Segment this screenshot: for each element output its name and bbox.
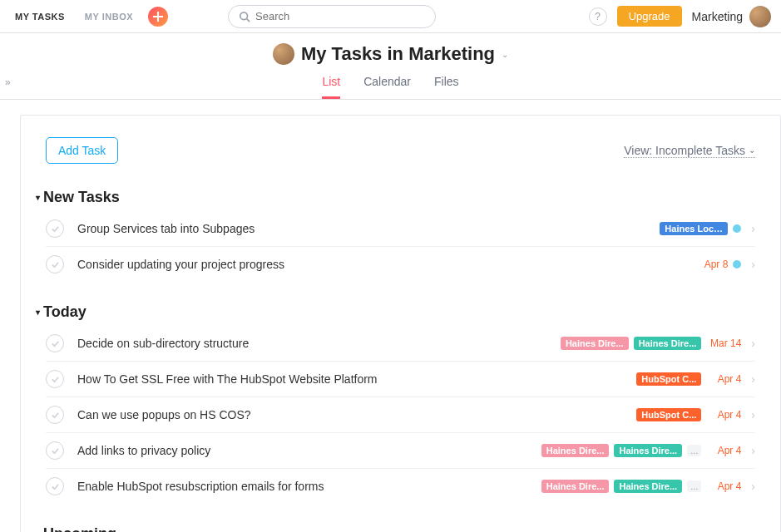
section-title: Today [43, 303, 87, 321]
section-new-tasks: ▾ New Tasks Group Services tab into Subp… [46, 189, 755, 282]
add-task-button[interactable]: Add Task [46, 137, 118, 164]
task-row[interactable]: Can we use popups on HS COS?HubSpot C...… [46, 397, 755, 433]
complete-checkbox[interactable] [46, 406, 64, 424]
check-icon [51, 224, 60, 234]
chevron-down-icon: ⌄ [749, 145, 755, 155]
check-icon [51, 260, 60, 269]
due-date: Apr 4 [706, 445, 741, 456]
task-row[interactable]: Consider updating your project progressA… [46, 247, 755, 282]
task-row[interactable]: Enable HubSpot resubscription emails for… [46, 469, 755, 504]
page-header: My Tasks in Marketing ⌄ List Calendar Fi… [0, 33, 781, 100]
project-tag[interactable]: Haines Dire... [541, 444, 610, 457]
due-date: Apr 4 [706, 480, 741, 492]
task-meta: HubSpot C...Apr 4› [636, 408, 755, 421]
task-panel: Add Task View: Incomplete Tasks ⌄ ▾ New … [20, 115, 781, 532]
task-row[interactable]: How To Get SSL Free with The HubSpot Web… [46, 362, 755, 397]
complete-checkbox[interactable] [46, 334, 64, 352]
check-icon [51, 482, 60, 491]
project-tag[interactable]: HubSpot C... [636, 408, 701, 421]
more-tags-indicator[interactable]: ... [687, 445, 701, 456]
section-today: ▾ Today Decide on sub-directory structur… [46, 303, 755, 504]
section-title: Upcoming [43, 525, 116, 532]
view-selector[interactable]: View: Incomplete Tasks ⌄ [624, 144, 755, 158]
chevron-right-icon[interactable]: › [751, 258, 755, 271]
caret-down-icon: ▾ [36, 308, 40, 317]
global-add-button[interactable] [148, 7, 168, 27]
task-meta: Haines Dire...Haines Dire......Apr 4› [541, 444, 755, 457]
assignee-dot[interactable] [733, 224, 741, 233]
plus-icon [153, 12, 163, 22]
project-tag[interactable]: Haines Loca... [660, 222, 728, 235]
chevron-right-icon[interactable]: › [751, 480, 755, 493]
chevron-right-icon[interactable]: › [751, 444, 755, 457]
section-header[interactable]: ▾ Upcoming [36, 525, 755, 532]
view-tabs: List Calendar Files [0, 75, 781, 99]
complete-checkbox[interactable] [46, 370, 64, 388]
due-date: Apr 8 [693, 259, 728, 270]
chevron-right-icon[interactable]: › [751, 372, 755, 386]
tab-files[interactable]: Files [434, 75, 459, 99]
complete-checkbox[interactable] [46, 255, 64, 273]
task-meta: Haines Dire...Haines Dire......Apr 4› [541, 480, 755, 493]
chevron-right-icon[interactable]: › [751, 222, 755, 235]
chevron-right-icon[interactable]: › [751, 337, 755, 350]
svg-point-0 [240, 12, 248, 19]
caret-down-icon: ▾ [36, 193, 40, 202]
chevron-right-icon[interactable]: › [751, 408, 755, 421]
due-date: Apr 4 [706, 409, 741, 421]
avatar [749, 6, 771, 27]
avatar [273, 43, 294, 65]
svg-line-1 [247, 18, 250, 22]
section-upcoming: ▾ Upcoming [46, 525, 755, 532]
task-title: Add links to privacy policy [77, 444, 541, 457]
chevron-down-icon[interactable]: ⌄ [502, 50, 508, 59]
help-button[interactable]: ? [589, 7, 607, 26]
nav-my-tasks[interactable]: MY TASKS [10, 12, 70, 22]
assignee-dot[interactable] [733, 260, 741, 268]
task-title: Decide on sub-directory structure [77, 337, 561, 350]
task-row[interactable]: Group Services tab into SubpagesHaines L… [46, 211, 755, 247]
project-tag[interactable]: Haines Dire... [541, 480, 610, 493]
workspace-name: Marketing [692, 10, 743, 23]
task-title: Can we use popups on HS COS? [77, 408, 636, 421]
section-title: New Tasks [43, 189, 120, 206]
task-title: Group Services tab into Subpages [77, 222, 660, 235]
check-icon [51, 446, 60, 456]
task-meta: Haines Loca...› [660, 222, 755, 235]
view-selector-label: View: Incomplete Tasks [624, 144, 745, 157]
project-tag[interactable]: Haines Dire... [561, 337, 629, 350]
check-icon [51, 339, 60, 348]
task-row[interactable]: Add links to privacy policyHaines Dire..… [46, 433, 755, 469]
complete-checkbox[interactable] [46, 441, 64, 460]
section-header[interactable]: ▾ New Tasks [36, 189, 755, 206]
task-title: Enable HubSpot resubscription emails for… [77, 480, 541, 493]
more-tags-indicator[interactable]: ... [687, 480, 701, 492]
check-icon [51, 375, 60, 384]
tab-list[interactable]: List [322, 75, 340, 99]
complete-checkbox[interactable] [46, 477, 64, 495]
expand-sidebar-icon[interactable]: » [5, 76, 11, 88]
project-tag[interactable]: Haines Dire... [634, 337, 702, 350]
nav-my-inbox[interactable]: MY INBOX [80, 12, 138, 22]
section-header[interactable]: ▾ Today [36, 303, 755, 321]
search-box[interactable] [228, 5, 436, 28]
project-tag[interactable]: HubSpot C... [636, 372, 701, 386]
upgrade-button[interactable]: Upgrade [617, 6, 682, 27]
page-title: My Tasks in Marketing [301, 43, 495, 65]
task-meta: HubSpot C...Apr 4› [636, 372, 755, 386]
complete-checkbox[interactable] [46, 219, 64, 238]
due-date: Apr 4 [706, 373, 741, 385]
search-input[interactable] [255, 10, 425, 22]
project-tag[interactable]: Haines Dire... [614, 444, 682, 457]
task-title: How To Get SSL Free with The HubSpot Web… [77, 372, 636, 386]
workspace-switcher[interactable]: Marketing [692, 6, 771, 27]
due-date: Mar 14 [706, 337, 741, 349]
project-tag[interactable]: Haines Dire... [614, 480, 682, 493]
top-bar: MY TASKS MY INBOX ? Upgrade Marketing [0, 0, 781, 33]
check-icon [51, 411, 60, 420]
task-row[interactable]: Decide on sub-directory structureHaines … [46, 326, 755, 362]
task-meta: Haines Dire...Haines Dire...Mar 14› [561, 337, 755, 350]
search-icon [239, 11, 250, 22]
task-title: Consider updating your project progress [77, 258, 693, 271]
tab-calendar[interactable]: Calendar [363, 75, 411, 99]
